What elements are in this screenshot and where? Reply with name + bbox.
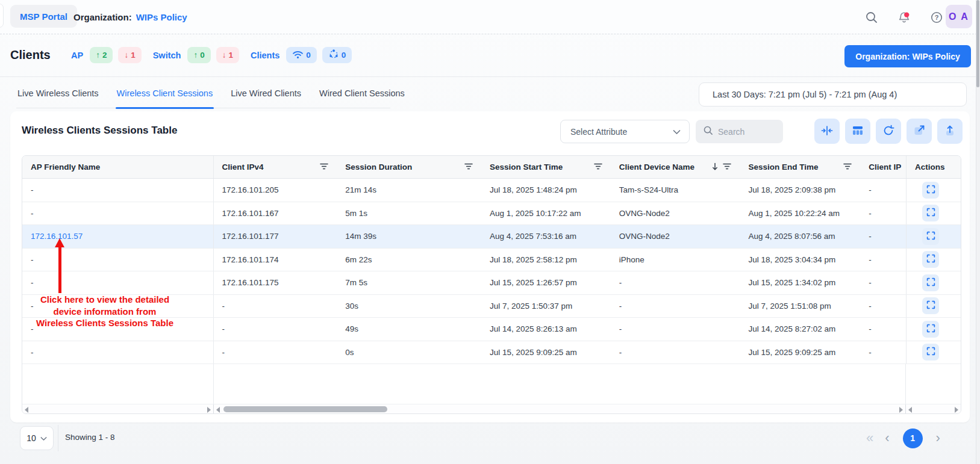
expand-row-button[interactable] xyxy=(922,205,939,221)
search-input[interactable] xyxy=(718,127,775,137)
tab-wired-client-sessions[interactable]: Wired Client Sessions xyxy=(318,88,406,108)
help-icon[interactable]: ? xyxy=(929,10,944,25)
table-row[interactable]: - 172.16.101.205 21m 14s Jul 18, 2025 1:… xyxy=(22,179,961,202)
cell-client-device-name: - xyxy=(611,341,740,364)
cell-actions xyxy=(906,179,961,202)
table-row[interactable]: - 172.16.101.167 5m 1s Aug 1, 2025 10:17… xyxy=(22,202,961,226)
vertical-scrollbar-thumb[interactable] xyxy=(976,0,979,87)
tab-wireless-client-sessions[interactable]: Wireless Client Sessions xyxy=(116,88,214,108)
tab-live-wired-clients[interactable]: Live Wired Clients xyxy=(229,88,302,108)
export-button[interactable] xyxy=(937,119,963,144)
cell-client-device-name: OVNG-Node2 xyxy=(611,225,740,248)
col-header-client-ipv4[interactable]: Client IPv4 xyxy=(214,156,337,178)
manage-columns-button[interactable] xyxy=(845,119,870,144)
user-avatar[interactable]: O A xyxy=(946,5,972,28)
horizontal-scrollbar-row xyxy=(22,404,961,414)
organization-label: Organization: xyxy=(73,12,132,22)
table-row[interactable]: - - 0s Jul 15, 2025 9:09:25 am - Jul 15,… xyxy=(22,341,961,365)
expand-row-button[interactable] xyxy=(922,182,939,199)
expand-row-button[interactable] xyxy=(922,228,939,245)
select-attribute-dropdown[interactable]: Select Attribute xyxy=(560,120,690,143)
cell-client-ipv4: - xyxy=(214,318,337,341)
switch-up-badge[interactable]: ↑0 xyxy=(187,47,210,63)
cell-actions xyxy=(906,225,961,248)
col-header-client-ipv6[interactable]: Client IP xyxy=(860,156,906,178)
browser-vertical-scrollbar[interactable] xyxy=(976,0,980,464)
cell-actions xyxy=(906,295,961,318)
sort-descending-icon[interactable] xyxy=(712,162,718,172)
filter-icon[interactable] xyxy=(594,162,602,172)
top-bar: MSP Portal Organization: WIPs Policy ? O… xyxy=(0,0,980,34)
columns-icon xyxy=(852,125,864,138)
table-row[interactable]: - 172.16.101.175 7m 5s Jul 15, 2025 1:26… xyxy=(22,271,961,295)
previous-page-button[interactable]: ‹ xyxy=(885,427,889,449)
arrow-up-icon: ↑ xyxy=(96,51,100,60)
page-size-select[interactable]: 10 xyxy=(20,426,54,450)
scroll-right-arrow[interactable] xyxy=(899,407,903,413)
cell-client-ipv4: 172.16.101.205 xyxy=(214,179,337,202)
cell-client-ipv6: - xyxy=(860,271,906,294)
scroll-left-arrow[interactable] xyxy=(908,407,912,413)
cell-session-end-time: Jul 15, 2025 9:09:25 am xyxy=(740,341,860,364)
tab-live-wireless-clients[interactable]: Live Wireless Clients xyxy=(16,88,100,108)
main-horizontal-scrollbar[interactable] xyxy=(214,404,907,414)
cell-actions xyxy=(906,341,961,364)
table-row[interactable]: 172.16.101.57 172.16.101.177 14m 39s Aug… xyxy=(22,225,961,249)
scroll-right-arrow[interactable] xyxy=(955,407,958,413)
filter-icon[interactable] xyxy=(843,162,852,172)
first-page-button[interactable]: « xyxy=(866,427,872,449)
cell-session-start-time: Jul 14, 2025 8:26:13 am xyxy=(481,318,611,341)
actions-column-scrollbar[interactable] xyxy=(906,404,961,414)
switch-down-badge[interactable]: ↓1 xyxy=(216,47,239,63)
date-range-value: Last 30 Days: 7:21 pm (Jul 5) - 7:21 pm … xyxy=(713,90,897,99)
fullscreen-brackets-icon xyxy=(926,253,936,265)
expand-row-button[interactable] xyxy=(922,274,939,291)
msp-portal-button[interactable]: MSP Portal xyxy=(10,5,77,28)
wifi-clients-badge[interactable]: 0 xyxy=(286,47,317,63)
fullscreen-brackets-icon xyxy=(926,184,936,196)
ap-down-badge[interactable]: ↓1 xyxy=(118,47,141,63)
collapse-columns-icon xyxy=(821,125,833,138)
mesh-clients-badge[interactable]: 0 xyxy=(322,47,352,63)
col-header-session-end-time[interactable]: Session End Time xyxy=(740,156,860,178)
current-page-button[interactable]: 1 xyxy=(903,428,923,448)
scrollbar-thumb[interactable] xyxy=(223,406,387,412)
col-header-client-device-name[interactable]: Client Device Name xyxy=(611,156,740,178)
col-header-ap-friendly-name[interactable]: AP Friendly Name xyxy=(22,156,214,178)
date-range-picker[interactable]: Last 30 Days: 7:21 pm (Jul 5) - 7:21 pm … xyxy=(699,82,967,107)
scroll-left-arrow[interactable] xyxy=(25,407,28,413)
avatar-initials: O A xyxy=(949,11,969,22)
filter-icon[interactable] xyxy=(464,162,473,172)
fullscreen-brackets-icon xyxy=(926,300,936,312)
scroll-left-arrow[interactable] xyxy=(216,407,220,413)
arrow-down-icon: ↓ xyxy=(222,51,226,60)
cell-ap-friendly-name: - xyxy=(22,179,214,202)
collapse-columns-button[interactable] xyxy=(814,119,840,144)
scroll-right-arrow[interactable] xyxy=(207,407,211,413)
col-header-session-duration[interactable]: Session Duration xyxy=(337,156,481,178)
organization-wips-policy-button[interactable]: Organization: WIPs Policy xyxy=(844,45,971,67)
expand-row-button[interactable] xyxy=(922,297,939,314)
cell-client-ipv6: - xyxy=(860,318,906,341)
table-row[interactable]: - 172.16.101.174 6m 22s Jul 18, 2025 2:5… xyxy=(22,249,961,272)
switch-stat-label[interactable]: Switch xyxy=(153,51,181,60)
open-fullscreen-button[interactable] xyxy=(907,119,932,144)
col-header-session-start-time[interactable]: Session Start Time xyxy=(481,156,611,178)
filter-icon[interactable] xyxy=(320,162,328,172)
expand-row-button[interactable] xyxy=(922,251,939,268)
filter-icon[interactable] xyxy=(723,162,731,172)
annotation-text: Click here to view the detailed device i… xyxy=(22,294,188,329)
select-attribute-value: Select Attribute xyxy=(570,127,627,137)
next-page-button[interactable]: › xyxy=(936,427,940,449)
ap-stat-label[interactable]: AP xyxy=(71,51,83,60)
expand-row-button[interactable] xyxy=(922,321,939,338)
search-icon[interactable] xyxy=(864,10,879,25)
notifications-bell-icon[interactable] xyxy=(897,10,911,25)
organization-link[interactable]: WIPs Policy xyxy=(136,12,187,22)
cell-ap-friendly-name: - xyxy=(22,341,214,364)
clients-stat-label[interactable]: Clients xyxy=(251,51,279,60)
expand-row-button[interactable] xyxy=(922,344,939,360)
ap-up-badge[interactable]: ↑2 xyxy=(90,47,113,63)
refresh-button[interactable] xyxy=(876,119,901,144)
frozen-column-scrollbar[interactable] xyxy=(22,404,214,414)
